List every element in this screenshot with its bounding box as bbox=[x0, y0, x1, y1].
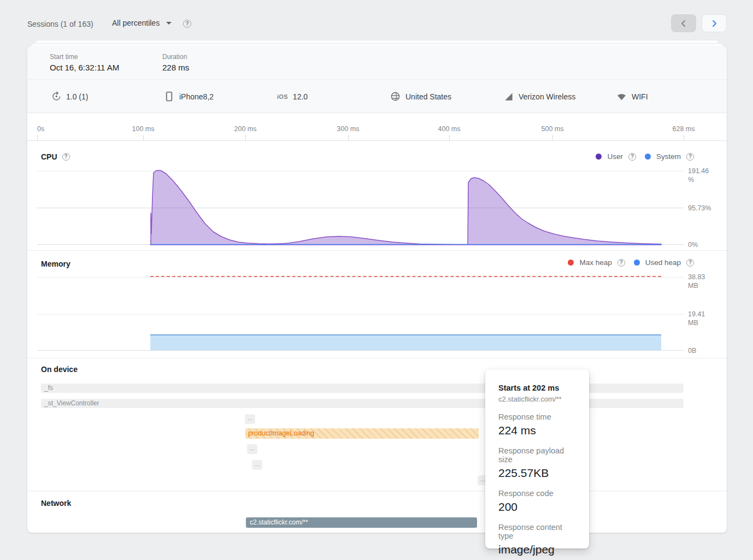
duration-value: 228 ms bbox=[162, 63, 189, 72]
memory-axis-zero-label: 0B bbox=[688, 346, 696, 355]
country-value: United States bbox=[405, 92, 451, 101]
chevron-left-icon bbox=[680, 20, 687, 27]
percentiles-dropdown-value: All percentiles bbox=[112, 19, 160, 27]
response-code-label: Response code bbox=[498, 489, 578, 498]
network-request-tooltip: Starts at 202 ms c2.staticflickr.com/** … bbox=[485, 369, 589, 549]
radio-value: WIFI bbox=[632, 92, 648, 101]
os-version-item: iOS 12.0 bbox=[277, 80, 308, 113]
sessions-count-label: Sessions (1 of 163) bbox=[27, 20, 93, 28]
start-time-field: Start time Oct 16, 6:32:11 AM bbox=[50, 53, 119, 72]
session-detail-page: Sessions (1 of 163) All percentiles ? St… bbox=[0, 0, 753, 560]
ruler-tick bbox=[684, 135, 684, 140]
duration-label: Duration bbox=[162, 53, 189, 61]
user-legend-dot bbox=[596, 154, 602, 160]
ruler-tick-label: 400 ms bbox=[438, 125, 461, 133]
start-time-label: Start time bbox=[50, 53, 119, 61]
app-version-item: 1.0 (1) bbox=[51, 80, 88, 113]
help-icon[interactable]: ? bbox=[62, 153, 70, 161]
country-item: United States bbox=[390, 80, 451, 113]
max-heap-legend-label: Max heap bbox=[579, 258, 611, 267]
used-heap-legend-dot bbox=[634, 260, 640, 266]
collapsed-trace-chip[interactable]: ... bbox=[247, 444, 257, 454]
cpu-usage-chart bbox=[37, 164, 684, 245]
collapsed-trace-chip[interactable]: ... bbox=[252, 460, 262, 470]
max-heap-legend-dot bbox=[568, 260, 574, 266]
next-session-button[interactable] bbox=[702, 14, 727, 32]
timeline-ruler: 0s 100 ms 200 ms 300 ms 400 ms 500 ms 62… bbox=[27, 113, 727, 141]
network-section-title: Network bbox=[41, 499, 71, 508]
carrier-value: Verizon Wireless bbox=[519, 92, 575, 101]
response-content-type-label: Response content type bbox=[498, 523, 578, 540]
tooltip-url: c2.staticflickr.com/** bbox=[498, 395, 578, 403]
ruler-tick-label: 200 ms bbox=[234, 125, 257, 133]
device-attributes-row: 1.0 (1) iPhone8,2 iOS 12.0 United States bbox=[27, 80, 727, 113]
memory-legend: Max heap ? Used heap ? bbox=[568, 258, 694, 267]
cpu-axis-zero-label: 0% bbox=[688, 240, 698, 249]
wifi-icon bbox=[616, 91, 627, 102]
percentiles-dropdown[interactable]: All percentiles bbox=[112, 19, 172, 27]
device-model-item: iPhone8,2 bbox=[164, 80, 214, 113]
help-icon[interactable]: ? bbox=[686, 153, 694, 161]
help-icon[interactable]: ? bbox=[628, 153, 636, 161]
cpu-section-title: CPU ? bbox=[41, 152, 70, 161]
collapsed-trace-chip[interactable]: ... bbox=[245, 414, 255, 424]
chevron-down-icon bbox=[166, 22, 172, 25]
response-content-type-value: image/jpeg bbox=[498, 543, 578, 556]
on-device-section-title: On device bbox=[41, 365, 78, 374]
app-version-value: 1.0 (1) bbox=[66, 92, 88, 101]
ruler-tick bbox=[552, 135, 553, 140]
radio-item: WIFI bbox=[616, 80, 648, 113]
carrier-item: Verizon Wireless bbox=[503, 80, 575, 113]
section-divider bbox=[27, 250, 727, 251]
ruler-tick bbox=[245, 135, 246, 140]
ruler-tick-label: 500 ms bbox=[542, 125, 564, 133]
response-code-value: 200 bbox=[498, 500, 578, 514]
cpu-legend: User ? System ? bbox=[596, 152, 694, 161]
system-legend-label: System bbox=[656, 152, 681, 161]
max-heap-line bbox=[150, 276, 661, 277]
ruler-tick-label: 100 ms bbox=[132, 125, 155, 133]
cpu-axis-max-label: 191.46% bbox=[688, 167, 709, 184]
memory-axis-mid-label: 19.41MB bbox=[688, 310, 705, 327]
previous-session-button[interactable] bbox=[671, 14, 696, 32]
memory-gridline bbox=[37, 350, 684, 351]
session-header: Start time Oct 16, 6:32:11 AM Duration 2… bbox=[27, 46, 727, 80]
memory-axis-max-label: 38.83MB bbox=[688, 273, 705, 290]
os-version-value: 12.0 bbox=[293, 92, 308, 101]
app-version-icon bbox=[51, 91, 61, 102]
response-time-label: Response time bbox=[498, 412, 578, 421]
ruler-tick bbox=[143, 135, 144, 140]
globe-icon bbox=[390, 91, 401, 102]
trace-bar-product-image-loading[interactable]: productImageLoading bbox=[245, 428, 479, 439]
session-detail-card: Start time Oct 16, 6:32:11 AM Duration 2… bbox=[27, 46, 727, 533]
cpu-axis-mid-label: 95.73% bbox=[688, 204, 711, 213]
start-time-value: Oct 16, 6:32:11 AM bbox=[50, 63, 119, 72]
response-payload-value: 225.57KB bbox=[498, 467, 578, 480]
ruler-tick bbox=[449, 135, 450, 140]
ruler-tick-label: 0s bbox=[37, 125, 44, 133]
section-divider bbox=[27, 491, 727, 491]
used-heap-area bbox=[150, 334, 661, 350]
help-icon[interactable]: ? bbox=[686, 259, 694, 267]
ruler-tick bbox=[37, 135, 38, 140]
response-payload-label: Response payload size bbox=[498, 446, 578, 464]
system-legend-dot bbox=[645, 154, 651, 160]
smartphone-icon bbox=[164, 91, 174, 102]
duration-field: Duration 228 ms bbox=[162, 53, 189, 72]
ruler-tick-label: 628 ms bbox=[673, 125, 695, 133]
chevron-right-icon bbox=[711, 20, 717, 27]
tooltip-title: Starts at 202 ms bbox=[498, 384, 578, 392]
ios-icon: iOS bbox=[277, 93, 288, 100]
memory-gridline bbox=[37, 314, 684, 315]
memory-section-title: Memory bbox=[41, 259, 70, 269]
memory-gridline bbox=[37, 277, 684, 278]
help-icon[interactable]: ? bbox=[183, 20, 191, 28]
network-request-bar[interactable]: c2.staticflickr.com/** bbox=[246, 517, 477, 528]
ruler-tick-label: 300 ms bbox=[337, 125, 360, 133]
response-time-value: 224 ms bbox=[498, 424, 578, 437]
ruler-tick bbox=[348, 135, 349, 140]
user-legend-label: User bbox=[607, 152, 623, 161]
help-icon[interactable]: ? bbox=[617, 259, 625, 267]
used-heap-legend-label: Used heap bbox=[645, 258, 681, 267]
cell-signal-icon bbox=[503, 91, 514, 102]
